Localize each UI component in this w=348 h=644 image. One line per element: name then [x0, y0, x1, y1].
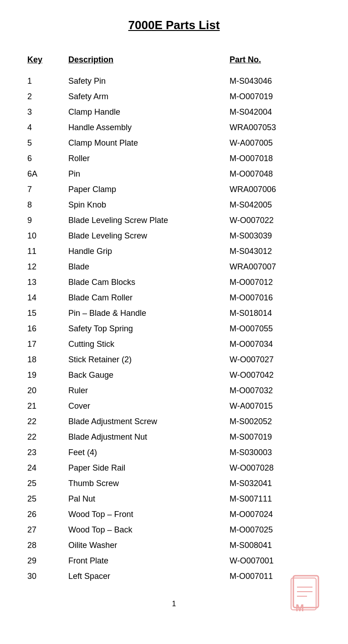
- part-number: M-O007048: [230, 169, 321, 179]
- part-key: 22: [27, 417, 68, 426]
- part-description: Handle Grip: [68, 247, 230, 256]
- part-number: W-A007015: [230, 401, 321, 411]
- table-row: 12BladeWRA007007: [27, 261, 321, 277]
- part-number: M-O007012: [230, 278, 321, 287]
- part-key: 4: [27, 123, 68, 132]
- part-key: 29: [27, 556, 68, 566]
- table-row: 5Clamp Mount PlateW-A007005: [27, 137, 321, 153]
- part-description: Blade Cam Roller: [68, 293, 230, 303]
- part-key: 6: [27, 154, 68, 163]
- table-row: 22Blade Adjustment NutM-S007019: [27, 431, 321, 447]
- part-number: W-O007042: [230, 370, 321, 380]
- part-description: Cover: [68, 401, 230, 411]
- part-number: M-O007016: [230, 293, 321, 303]
- part-description: Left Spacer: [68, 572, 230, 581]
- table-row: 10Blade Leveling ScrewM-S003039: [27, 230, 321, 246]
- part-description: Ruler: [68, 386, 230, 396]
- table-row: 24Paper Side RailW-O007028: [27, 462, 321, 478]
- part-description: Feet (4): [68, 448, 230, 457]
- parts-table: 1Safety PinM-S0430462Safety ArmM-O007019…: [27, 76, 321, 586]
- part-key: 7: [27, 185, 68, 194]
- table-row: 18Stick Retainer (2)W-O007027: [27, 354, 321, 370]
- part-description: Wood Top – Back: [68, 525, 230, 535]
- part-description: Paper Clamp: [68, 185, 230, 194]
- table-row: 15Pin – Blade & HandleM-S018014: [27, 308, 321, 323]
- part-description: Blade Adjustment Screw: [68, 417, 230, 426]
- part-key: 15: [27, 309, 68, 318]
- page-container: 7000E Parts List Key Description Part No…: [0, 0, 348, 644]
- part-number: M-S042005: [230, 200, 321, 210]
- part-description: Blade: [68, 262, 230, 272]
- table-row: 26Wood Top – FrontM-O007024: [27, 509, 321, 524]
- part-key: 9: [27, 216, 68, 225]
- part-description: Wood Top – Front: [68, 510, 230, 519]
- table-row: 6RollerM-O007018: [27, 153, 321, 168]
- part-description: Oilite Washer: [68, 541, 230, 550]
- part-description: Cutting Stick: [68, 340, 230, 349]
- part-key: 17: [27, 340, 68, 349]
- header-description: Description: [68, 55, 230, 65]
- part-description: Clamp Mount Plate: [68, 138, 230, 148]
- part-number: M-S008041: [230, 541, 321, 550]
- part-key: 24: [27, 463, 68, 473]
- table-row: 21CoverW-A007015: [27, 401, 321, 416]
- part-key: 22: [27, 432, 68, 442]
- part-number: W-O007001: [230, 556, 321, 566]
- header-key: Key: [27, 55, 68, 65]
- part-number: W-O007027: [230, 355, 321, 365]
- part-description: Pal Nut: [68, 494, 230, 504]
- part-key: 19: [27, 370, 68, 380]
- table-row: 22Blade Adjustment ScrewM-S002052: [27, 416, 321, 431]
- part-number: M-O007024: [230, 510, 321, 519]
- part-description: Safety Pin: [68, 76, 230, 86]
- part-number: WRA007007: [230, 262, 321, 272]
- table-row: 9Blade Leveling Screw PlateW-O007022: [27, 215, 321, 230]
- part-number: M-S007111: [230, 494, 321, 504]
- part-description: Clamp Handle: [68, 107, 230, 117]
- table-row: 30Left SpacerM-O007011: [27, 571, 321, 586]
- part-description: Pin – Blade & Handle: [68, 309, 230, 318]
- part-number: M-O007034: [230, 340, 321, 349]
- table-row: 3Clamp HandleM-S042004: [27, 106, 321, 122]
- part-number: M-S032041: [230, 479, 321, 488]
- part-key: 13: [27, 278, 68, 287]
- part-key: 6A: [27, 169, 68, 179]
- part-key: 23: [27, 448, 68, 457]
- part-key: 26: [27, 510, 68, 519]
- part-key: 20: [27, 386, 68, 396]
- watermark: M: [284, 571, 330, 617]
- part-description: Safety Top Spring: [68, 324, 230, 334]
- part-description: Blade Leveling Screw: [68, 231, 230, 241]
- part-key: 25: [27, 494, 68, 504]
- part-key: 21: [27, 401, 68, 411]
- table-row: 8Spin KnobM-S042005: [27, 199, 321, 215]
- part-description: Paper Side Rail: [68, 463, 230, 473]
- svg-text:M: M: [296, 602, 304, 614]
- part-description: Blade Leveling Screw Plate: [68, 216, 230, 225]
- part-description: Blade Cam Blocks: [68, 278, 230, 287]
- table-row: 28Oilite WasherM-S008041: [27, 540, 321, 555]
- part-description: Roller: [68, 154, 230, 163]
- table-row: 14Blade Cam RollerM-O007016: [27, 292, 321, 308]
- part-key: 14: [27, 293, 68, 303]
- part-description: Thumb Screw: [68, 479, 230, 488]
- table-row: 25Pal NutM-S007111: [27, 493, 321, 509]
- table-row: 1Safety PinM-S043046: [27, 76, 321, 91]
- part-key: 28: [27, 541, 68, 550]
- part-key: 2: [27, 92, 68, 101]
- part-description: Front Plate: [68, 556, 230, 566]
- part-number: M-S043046: [230, 76, 321, 86]
- part-key: 8: [27, 200, 68, 210]
- part-key: 3: [27, 107, 68, 117]
- part-number: M-O007018: [230, 154, 321, 163]
- part-key: 16: [27, 324, 68, 334]
- part-description: Back Gauge: [68, 370, 230, 380]
- part-description: Safety Arm: [68, 92, 230, 101]
- part-number: M-O007019: [230, 92, 321, 101]
- table-header: Key Description Part No.: [27, 55, 321, 66]
- part-key: 18: [27, 355, 68, 365]
- part-description: Handle Assembly: [68, 123, 230, 132]
- table-row: 17Cutting StickM-O007034: [27, 339, 321, 354]
- table-row: 20RulerM-O007032: [27, 385, 321, 401]
- table-row: 13Blade Cam BlocksM-O007012: [27, 277, 321, 292]
